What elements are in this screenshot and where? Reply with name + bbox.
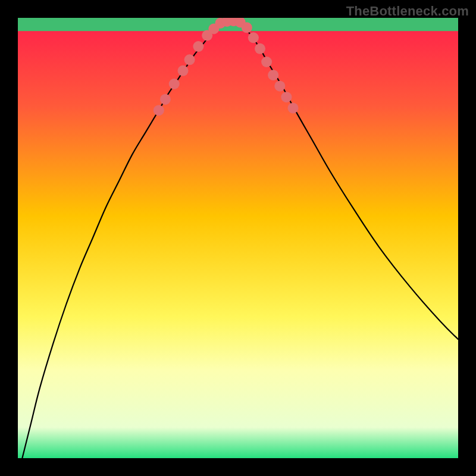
data-marker xyxy=(184,54,195,65)
data-marker xyxy=(248,32,259,43)
data-marker xyxy=(169,79,180,89)
data-marker xyxy=(160,94,171,105)
data-marker xyxy=(268,70,278,80)
gradient-background xyxy=(18,18,458,458)
data-marker xyxy=(178,65,189,76)
plot-area xyxy=(18,18,458,458)
data-marker xyxy=(281,92,292,102)
data-marker xyxy=(154,105,164,115)
data-marker xyxy=(255,43,265,54)
chart-svg xyxy=(18,18,458,458)
chart-frame: TheBottleneck.com xyxy=(0,0,476,476)
data-marker xyxy=(193,41,203,52)
watermark-label: TheBottleneck.com xyxy=(346,4,469,19)
data-marker xyxy=(242,22,252,33)
data-marker xyxy=(261,57,272,67)
data-marker xyxy=(274,81,285,92)
data-marker xyxy=(288,103,299,114)
